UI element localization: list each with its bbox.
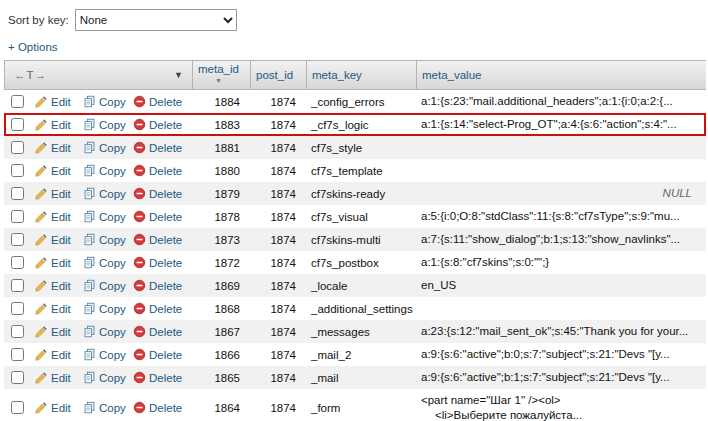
copy-icon (83, 141, 96, 154)
copy-button[interactable]: Copy (83, 233, 126, 246)
column-reorder-control[interactable]: ←T→ (14, 69, 47, 81)
table-row: Edit Copy Delete 1866 187 (4, 343, 706, 366)
sort-toolbar: Sort by key: None (0, 0, 708, 31)
meta-key-cell: _locale (306, 274, 416, 297)
table-row: Edit Copy Delete 1880 187 (4, 159, 706, 182)
delete-label: Delete (149, 96, 182, 108)
copy-label: Copy (99, 303, 126, 315)
meta-value-text: NULL (663, 186, 692, 201)
meta-value-text: a:23:{s:12:"mail_sent_ok";s:45:"Thank yo… (421, 324, 688, 339)
header-actions-cell: ←T→ ▼ (5, 61, 193, 89)
delete-button[interactable]: Delete (133, 164, 182, 177)
copy-button[interactable]: Copy (83, 401, 126, 414)
edit-button[interactable]: Edit (35, 233, 71, 246)
pencil-icon (35, 141, 48, 154)
copy-button[interactable]: Copy (83, 325, 126, 338)
copy-button[interactable]: Copy (83, 348, 126, 361)
edit-button[interactable]: Edit (35, 302, 71, 315)
edit-button[interactable]: Edit (35, 256, 71, 269)
sort-meta-key-link[interactable]: meta_key (312, 69, 362, 81)
meta-key-cell: _config_errors (306, 90, 416, 113)
edit-button[interactable]: Edit (35, 325, 71, 338)
copy-button[interactable]: Copy (83, 279, 126, 292)
post-id-cell: 1874 (250, 251, 306, 274)
delete-icon (133, 371, 146, 384)
edit-cell: Edit (30, 251, 78, 274)
edit-button[interactable]: Edit (35, 95, 71, 108)
row-select-checkbox[interactable] (11, 187, 24, 200)
edit-button[interactable]: Edit (35, 141, 71, 154)
row-select-checkbox[interactable] (11, 302, 24, 315)
copy-button[interactable]: Copy (83, 302, 126, 315)
delete-button[interactable]: Delete (133, 210, 182, 223)
edit-button[interactable]: Edit (35, 279, 71, 292)
delete-button[interactable]: Delete (133, 118, 182, 131)
options-toggle-link[interactable]: + Options (8, 41, 58, 53)
delete-button[interactable]: Delete (133, 141, 182, 154)
row-select-checkbox[interactable] (11, 118, 24, 131)
pencil-icon (35, 302, 48, 315)
meta-id-cell: 1883 (192, 113, 250, 136)
delete-button[interactable]: Delete (133, 401, 182, 414)
copy-button[interactable]: Copy (83, 95, 126, 108)
row-select-checkbox[interactable] (11, 401, 24, 414)
edit-label: Edit (51, 303, 71, 315)
meta-key-cell: _form (306, 389, 416, 421)
copy-icon (83, 371, 96, 384)
edit-button[interactable]: Edit (35, 118, 71, 131)
delete-button[interactable]: Delete (133, 302, 182, 315)
delete-label: Delete (149, 188, 182, 200)
edit-button[interactable]: Edit (35, 164, 71, 177)
copy-button[interactable]: Copy (83, 118, 126, 131)
copy-button[interactable]: Copy (83, 256, 126, 269)
delete-button[interactable]: Delete (133, 371, 182, 384)
meta-value-cell: en_US (416, 274, 706, 297)
delete-button[interactable]: Delete (133, 256, 182, 269)
sort-meta-id-link[interactable]: meta_id (198, 64, 239, 75)
header-dropdown-icon[interactable]: ▼ (174, 70, 183, 80)
copy-label: Copy (99, 142, 126, 154)
edit-label: Edit (51, 234, 71, 246)
edit-button[interactable]: Edit (35, 401, 71, 414)
sort-meta-value-link[interactable]: meta_value (422, 69, 481, 81)
meta-value-text: a:5:{i:0;O:8:"stdClass":11:{s:8:"cf7sTyp… (421, 209, 680, 224)
delete-button[interactable]: Delete (133, 187, 182, 200)
edit-cell: Edit (30, 389, 78, 421)
copy-button[interactable]: Copy (83, 371, 126, 384)
edit-cell: Edit (30, 366, 78, 389)
row-select-checkbox[interactable] (11, 371, 24, 384)
pencil-icon (35, 233, 48, 246)
pencil-icon (35, 187, 48, 200)
edit-cell: Edit (30, 320, 78, 343)
delete-button[interactable]: Delete (133, 95, 182, 108)
copy-button[interactable]: Copy (83, 187, 126, 200)
edit-button[interactable]: Edit (35, 348, 71, 361)
edit-button[interactable]: Edit (35, 371, 71, 384)
edit-button[interactable]: Edit (35, 210, 71, 223)
row-select-checkbox[interactable] (11, 325, 24, 338)
row-select-checkbox[interactable] (11, 279, 24, 292)
edit-button[interactable]: Edit (35, 187, 71, 200)
delete-button[interactable]: Delete (133, 348, 182, 361)
copy-button[interactable]: Copy (83, 164, 126, 177)
meta-id-cell: 1867 (192, 320, 250, 343)
row-select-checkbox[interactable] (11, 256, 24, 269)
row-select-checkbox[interactable] (11, 210, 24, 223)
row-select-checkbox[interactable] (11, 164, 24, 177)
sort-by-key-select[interactable]: None (75, 9, 237, 31)
delete-button[interactable]: Delete (133, 325, 182, 338)
delete-button[interactable]: Delete (133, 279, 182, 292)
table-row: Edit Copy Delete 1878 187 (4, 205, 706, 228)
row-select-checkbox[interactable] (11, 348, 24, 361)
row-select-checkbox[interactable] (11, 233, 24, 246)
copy-label: Copy (99, 257, 126, 269)
post-id-cell: 1874 (250, 274, 306, 297)
delete-button[interactable]: Delete (133, 233, 182, 246)
copy-button[interactable]: Copy (83, 141, 126, 154)
row-select-checkbox[interactable] (11, 141, 24, 154)
edit-label: Edit (51, 165, 71, 177)
copy-icon (83, 256, 96, 269)
row-select-checkbox[interactable] (11, 95, 24, 108)
sort-post-id-link[interactable]: post_id (256, 69, 293, 81)
copy-button[interactable]: Copy (83, 210, 126, 223)
